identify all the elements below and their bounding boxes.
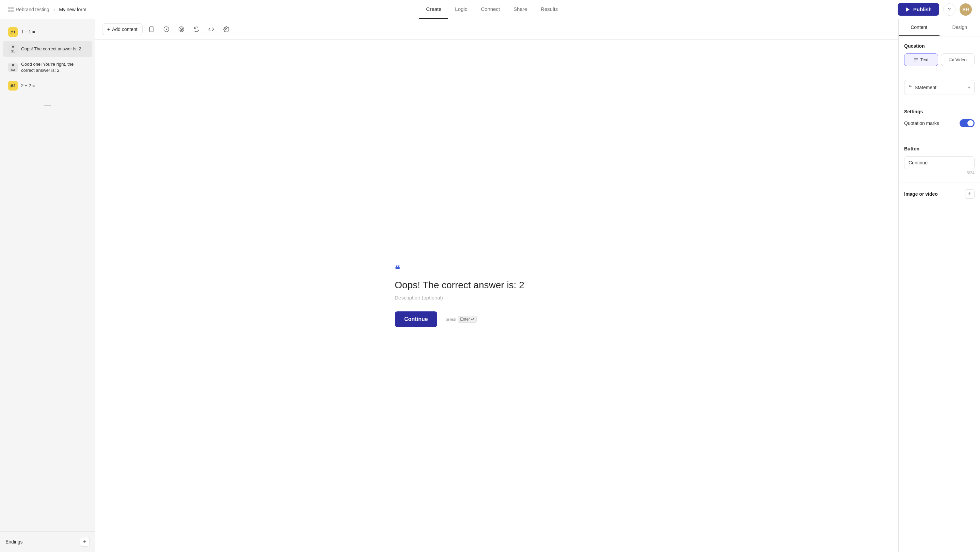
settings-icon [223, 26, 229, 32]
tab-results[interactable]: Results [534, 0, 565, 19]
press-enter-label: press Enter ↵ [445, 316, 477, 323]
help-icon: ? [948, 6, 951, 12]
form-actions: Continue press Enter ↵ [395, 312, 599, 327]
nav-left: Rebrand testing › My new form [8, 7, 86, 12]
panel-settings-title: Settings [904, 109, 975, 115]
right-panel: Content Design Question Text Video ❝ [898, 19, 980, 552]
top-nav: Rebrand testing › My new form Create Log… [0, 0, 980, 19]
quotation-marks-label: Quotation marks [904, 121, 939, 126]
refresh-button[interactable] [190, 23, 202, 35]
main-layout: # 1 1 + 1 = ❝ S1 Oops! The correct answe… [0, 19, 980, 552]
scroll-indicator: — [0, 99, 95, 112]
form-preview: ❝ Oops! The correct answer is: 2 Descrip… [95, 40, 898, 552]
svg-rect-16 [949, 59, 952, 61]
quotation-marks-row: Quotation marks [904, 119, 975, 127]
sidebar-badge-q2: # 2 [8, 81, 18, 91]
target-button[interactable] [175, 23, 188, 35]
qtype-video-label: Video [956, 57, 967, 62]
avatar[interactable]: RH [959, 3, 972, 16]
image-video-label: Image or video [904, 191, 938, 197]
sidebar: # 1 1 + 1 = ❝ S1 Oops! The correct answe… [0, 19, 95, 552]
video-icon [949, 57, 953, 62]
add-content-label: Add content [112, 27, 137, 32]
continue-button[interactable]: Continue [395, 312, 437, 327]
svg-rect-5 [150, 27, 153, 32]
chevron-down-icon: ▾ [968, 85, 970, 90]
add-content-button[interactable]: + Add content [102, 24, 143, 35]
sidebar-item-q2[interactable]: # 2 2 + 2 = [3, 78, 92, 94]
refresh-icon [193, 26, 199, 32]
svg-marker-17 [952, 59, 953, 61]
play-icon [163, 26, 169, 32]
badge-icon-s2: ❝ [11, 64, 14, 68]
help-button[interactable]: ? [943, 3, 956, 16]
svg-marker-8 [166, 28, 167, 30]
tab-logic[interactable]: Logic [448, 0, 474, 19]
sidebar-item-q1[interactable]: # 1 1 + 1 = [3, 24, 92, 40]
image-video-section: Image or video + [899, 182, 980, 205]
select-inner: ❝ Statement [908, 84, 937, 91]
badge-icon-q2: # [11, 83, 13, 89]
panel-tab-content[interactable]: Content [899, 19, 940, 36]
mobile-preview-button[interactable] [145, 23, 158, 35]
qtype-text-button[interactable]: Text [904, 53, 938, 66]
panel-question-title: Question [904, 43, 975, 49]
settings-button[interactable] [220, 23, 232, 35]
sidebar-badge-s2: ❝ S2 [8, 63, 18, 72]
qtype-text-label: Text [920, 57, 929, 62]
canvas-content: ❝ Oops! The correct answer is: 2 Descrip… [95, 40, 898, 552]
code-icon [208, 26, 215, 32]
sidebar-item-label-s1: Oops! The correct answer is: 2 [21, 46, 81, 52]
sidebar-item-label-q2: 2 + 2 = [21, 83, 35, 89]
sidebar-item-s1[interactable]: ❝ S1 Oops! The correct answer is: 2 [3, 41, 92, 57]
form-description[interactable]: Description (optional) [395, 295, 599, 301]
badge-num-q1: 1 [13, 30, 15, 34]
badge-num-q2: 2 [13, 84, 15, 88]
badge-num-s2: S2 [11, 68, 14, 72]
form-title[interactable]: Oops! The correct answer is: 2 [395, 280, 599, 291]
svg-point-11 [181, 29, 182, 30]
press-label: press [445, 317, 456, 322]
nav-right: Publish ? RH [898, 3, 972, 16]
sidebar-item-label-q1: 1 + 1 = [21, 29, 35, 35]
panel-button-title: Button [904, 146, 975, 151]
quote-icon: ❝ [395, 265, 599, 274]
project-name: Rebrand testing [16, 7, 49, 12]
breadcrumb-sep: › [53, 7, 55, 12]
statement-select[interactable]: ❝ Statement ▾ [904, 80, 975, 95]
quotation-marks-toggle[interactable] [959, 119, 975, 127]
enter-key: Enter ↵ [458, 316, 477, 323]
statement-select-icon: ❝ [908, 84, 912, 91]
tab-share[interactable]: Share [507, 0, 534, 19]
play-preview-button[interactable] [160, 23, 172, 35]
button-label-input[interactable] [904, 156, 975, 169]
badge-icon-q1: # [11, 30, 13, 35]
svg-point-12 [226, 29, 227, 30]
badge-icon-s1: ❝ [11, 45, 14, 50]
code-button[interactable] [205, 23, 218, 35]
target-icon [178, 26, 185, 32]
svg-rect-3 [11, 10, 14, 12]
nav-logo[interactable]: Rebrand testing [8, 7, 49, 12]
add-image-video-button[interactable]: + [965, 189, 975, 199]
panel-tab-design[interactable]: Design [940, 19, 980, 36]
endings-label: Endings [5, 539, 23, 544]
sidebar-item-s2[interactable]: ❝ S2 Good one! You're right, the correct… [3, 58, 92, 77]
sidebar-item-label-s2: Good one! You're right, the correct answ… [21, 61, 87, 73]
tab-connect[interactable]: Connect [474, 0, 507, 19]
add-endings-button[interactable]: + [80, 537, 89, 547]
svg-marker-4 [906, 8, 910, 11]
svg-rect-0 [8, 7, 11, 9]
publish-button[interactable]: Publish [898, 3, 939, 16]
avatar-initials: RH [963, 7, 969, 12]
sidebar-questions-section: # 1 1 + 1 = ❝ S1 Oops! The correct answe… [0, 19, 95, 99]
tab-create[interactable]: Create [419, 0, 448, 19]
statement-select-label: Statement [915, 85, 937, 90]
panel-select-section: ❝ Statement ▾ [899, 73, 980, 102]
canvas-area: + Add content [95, 19, 898, 552]
panel-settings-section: Settings Quotation marks [899, 102, 980, 139]
text-lines-icon [914, 57, 918, 62]
qtype-video-button[interactable]: Video [941, 53, 975, 66]
panel-button-section: Button 8/24 [899, 139, 980, 182]
form-name: My new form [59, 7, 86, 12]
